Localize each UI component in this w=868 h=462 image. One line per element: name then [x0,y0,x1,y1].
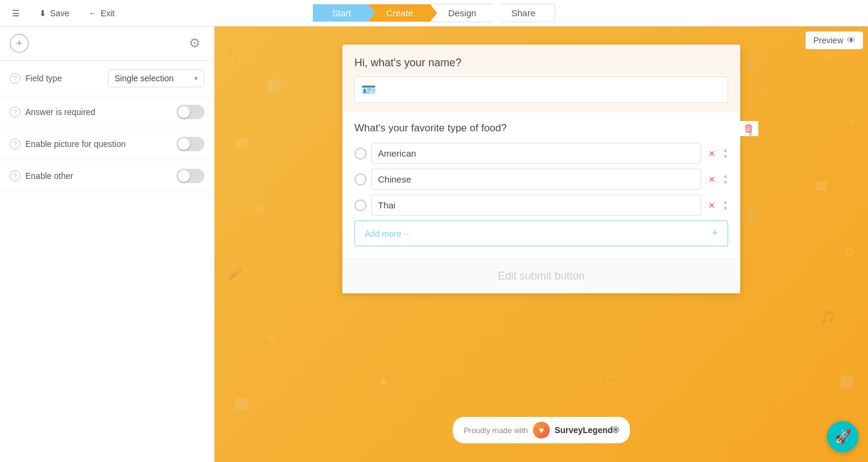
choice-radio-2[interactable] [354,199,366,211]
enable-other-help-icon[interactable]: ? [10,170,20,181]
chat-robot-button[interactable]: 🚀 [827,421,858,452]
main-layout: + ⚙ ? Field type Single selection ▾ ? An… [0,27,868,462]
food-sort-down-icon[interactable]: ▼ [747,131,753,139]
settings-button[interactable]: ⚙ [185,34,204,53]
dropdown-arrow-icon: ▾ [194,74,198,83]
name-question-text: Hi, what's your name? [354,57,728,69]
preview-button[interactable]: Preview 👁 [805,31,863,49]
choice-input-0[interactable] [371,143,701,164]
answer-required-row: ? Answer is required [0,96,214,128]
choice-input-2[interactable] [371,195,701,216]
field-type-value: Single selection [115,73,174,83]
choices-container: ✕ ▲ ▼ ✕ ▲ ▼ ✕ ▲ ▼ [354,143,728,216]
choice-radio-0[interactable] [354,148,366,160]
exit-label: Exit [101,8,115,18]
add-more-icon: + [711,227,718,240]
step-share[interactable]: Share [493,4,555,22]
choice-sort-2: ▲ ▼ [723,199,728,211]
block-corner-icon[interactable]: ☐ [747,211,756,222]
answer-required-help-icon[interactable]: ? [10,107,20,117]
field-type-help-icon[interactable]: ? [10,73,20,84]
menu-icon: ☰ [12,8,20,18]
name-question-block: Hi, what's your name? 🪪 ▲ ▼ [342,45,740,113]
choice-up-icon-0[interactable]: ▲ [723,148,728,153]
preview-label: Preview [813,36,843,45]
sidebar-top-controls: + ⚙ [0,27,214,61]
save-label: Save [50,8,69,18]
branding-text: Proudly made with [464,426,528,435]
answer-required-toggle[interactable] [177,105,204,119]
food-sort-up-icon[interactable]: ▲ [747,122,753,131]
exit-button[interactable]: ← Exit [84,6,119,20]
name-block-sort-controls: ▲ ▼ [747,54,753,71]
choice-item: ✕ ▲ ▼ [354,195,728,216]
food-question-block: 🗑 ▲ ▼ What's your favorite type of food?… [342,113,740,258]
step-create[interactable]: Create [368,4,437,22]
answer-required-label: Answer is required [25,107,177,117]
name-card-icon: 🪪 [361,83,376,97]
survey-card: Hi, what's your name? 🪪 ▲ ▼ 🗑 ▲ ▼ [342,45,740,293]
enable-other-label: Enable other [25,171,177,181]
add-field-button[interactable]: + [10,34,29,53]
add-more-label: Add more ··· [365,229,410,239]
choice-up-icon-2[interactable]: ▲ [723,199,728,205]
enable-picture-help-icon[interactable]: ? [10,139,20,149]
preview-icon: 👁 [847,36,855,45]
enable-picture-label: Enable picture for question [25,139,177,149]
enable-picture-row: ? Enable picture for question [0,128,214,160]
step-navigation: Start Create Design Share [313,0,555,27]
submit-section: Edit submit button [342,258,740,293]
step-start[interactable]: Start [313,4,376,22]
food-question-text: What's your favorite type of food? [354,122,728,134]
exit-icon: ← [89,8,97,18]
choice-item: ✕ ▲ ▼ [354,169,728,190]
choice-remove-2[interactable]: ✕ [706,201,718,210]
choice-item: ✕ ▲ ▼ [354,143,728,164]
choice-radio-1[interactable] [354,173,366,186]
enable-picture-toggle[interactable] [177,137,204,151]
choice-down-icon-2[interactable]: ▼ [723,206,728,211]
choice-down-icon-0[interactable]: ▼ [723,154,728,160]
name-input-area[interactable]: 🪪 [354,76,728,103]
enable-other-toggle[interactable] [177,169,204,183]
save-button[interactable]: ⬇ Save [34,6,74,20]
submit-button-label: Edit submit button [498,270,585,282]
choice-up-icon-1[interactable]: ▲ [723,173,728,179]
field-type-label: Field type [25,73,108,83]
edit-submit-button[interactable]: Edit submit button [498,270,585,283]
toolbar: ☰ ⬇ Save ← Exit Start Create Design Shar… [0,0,868,27]
branding-bar: Proudly made with ♥ SurveyLegend® [452,416,631,444]
field-type-row: ? Field type Single selection ▾ [0,61,214,96]
brand-name: SurveyLegend® [555,425,619,435]
add-more-button[interactable]: Add more ··· + [354,220,728,246]
content-area: ✏️ ⬜ ☎ ⚙ 🎤 ✏ ⬜ ✏ × ☎ ⚙ 🎵 ⬜ ≡ ★ 🛡 📱 Previ… [215,27,868,462]
choice-remove-1[interactable]: ✕ [706,175,718,184]
enable-other-row: ? Enable other [0,160,214,192]
choice-input-1[interactable] [371,169,701,190]
choice-sort-0: ▲ ▼ [723,148,728,160]
choice-down-icon-1[interactable]: ▼ [723,180,728,186]
brand-heart-icon: ♥ [533,422,550,439]
save-icon: ⬇ [39,8,46,18]
robot-icon: 🚀 [835,429,851,445]
name-sort-up-icon[interactable]: ▲ [747,54,753,63]
choice-remove-0[interactable]: ✕ [706,149,718,158]
sidebar: + ⚙ ? Field type Single selection ▾ ? An… [0,27,215,462]
food-block-sort-controls: ▲ ▼ [747,122,753,139]
field-type-dropdown[interactable]: Single selection ▾ [108,69,204,87]
menu-button[interactable]: ☰ [7,6,25,20]
step-design[interactable]: Design [430,4,500,22]
choice-sort-1: ▲ ▼ [723,173,728,186]
name-sort-down-icon[interactable]: ▼ [747,63,753,71]
